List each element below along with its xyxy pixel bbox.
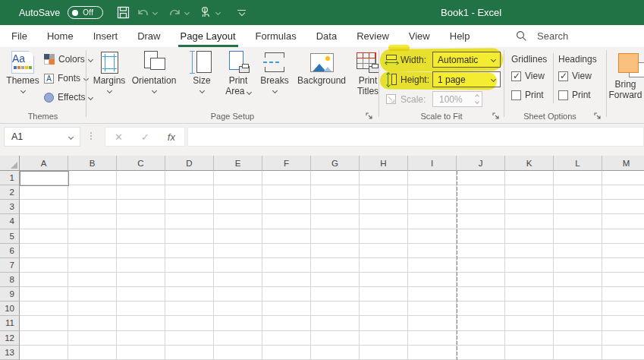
- window-title: Book1 - Excel: [441, 7, 501, 18]
- touch-mouse-mode-icon[interactable]: [200, 6, 225, 19]
- effects-button-label: Effects: [58, 92, 85, 103]
- quick-access-toolbar: [117, 6, 246, 19]
- formula-input[interactable]: [187, 127, 644, 147]
- tab-draw[interactable]: Draw: [128, 25, 169, 47]
- tab-review[interactable]: Review: [347, 25, 398, 47]
- row-header-9[interactable]: 9: [0, 287, 20, 302]
- sheet-options-inner-separator: [553, 53, 554, 103]
- size-button[interactable]: Size: [185, 49, 218, 93]
- redo-dropdown-icon[interactable]: [184, 10, 190, 15]
- save-icon[interactable]: [117, 6, 130, 19]
- column-header-j[interactable]: J: [457, 156, 505, 171]
- size-chevron-icon: [199, 88, 204, 93]
- breaks-button[interactable]: Breaks: [258, 49, 291, 93]
- orientation-button[interactable]: Orientation: [129, 49, 179, 93]
- headings-view-checkbox-box[interactable]: [558, 71, 568, 81]
- insert-function-icon[interactable]: fx: [168, 131, 175, 143]
- column-header-k[interactable]: K: [505, 156, 554, 171]
- page-setup-group: Margins Orientation: [86, 47, 379, 123]
- column-header-f[interactable]: F: [262, 156, 311, 171]
- row-header-13[interactable]: 13: [0, 346, 20, 360]
- formula-bar-drag-handle[interactable]: [90, 132, 92, 140]
- column-header-c[interactable]: C: [117, 156, 165, 171]
- row-header-10[interactable]: 10: [0, 302, 20, 316]
- background-icon: [310, 49, 334, 75]
- themes-group: Aa Themes Colors A Fonts: [0, 47, 86, 123]
- undo-icon[interactable]: [137, 7, 162, 18]
- cancel-icon[interactable]: ✕: [115, 131, 123, 143]
- page-setup-dialog-launcher-icon[interactable]: [366, 112, 373, 120]
- name-box[interactable]: A1: [4, 127, 80, 147]
- print-area-chevron-icon: [247, 90, 252, 95]
- row-header-11[interactable]: 11: [0, 316, 20, 330]
- autosave-state: Off: [83, 8, 93, 17]
- gridlines-view-label: View: [525, 71, 545, 81]
- select-all-corner[interactable]: [0, 156, 20, 171]
- undo-dropdown-icon[interactable]: [152, 10, 158, 15]
- excel-window: AutoSave Off Book1 -: [0, 0, 644, 360]
- column-header-g[interactable]: G: [311, 156, 360, 171]
- row-header-7[interactable]: 7: [0, 258, 20, 273]
- search-box[interactable]: Search: [516, 25, 568, 47]
- row-header-2[interactable]: 2: [0, 185, 20, 200]
- orientation-button-label: Orientation: [132, 75, 177, 86]
- column-header-l[interactable]: L: [554, 156, 602, 171]
- customize-qat-icon[interactable]: [237, 10, 246, 15]
- formula-bar: A1 ✕ ✓ fx: [0, 124, 644, 156]
- tab-data[interactable]: Data: [307, 25, 346, 47]
- tab-home[interactable]: Home: [38, 25, 83, 47]
- gridlines-view-checkbox-box[interactable]: [511, 71, 521, 81]
- name-box-value: A1: [11, 131, 69, 142]
- gridlines-print-checkbox-box[interactable]: [511, 90, 521, 100]
- tab-formulas[interactable]: Formulas: [247, 25, 306, 47]
- column-header-i[interactable]: I: [408, 156, 457, 171]
- sheet-options-group-caption: Sheet Options: [504, 112, 595, 121]
- fonts-button[interactable]: A Fonts: [44, 71, 88, 86]
- autosave-toggle[interactable]: Off: [68, 6, 103, 19]
- print-area-button[interactable]: PrintArea: [220, 49, 256, 96]
- tab-file[interactable]: File: [2, 25, 36, 47]
- redo-icon[interactable]: [168, 7, 193, 18]
- gridlines-view-checkbox[interactable]: View: [511, 71, 545, 81]
- column-header-h[interactable]: H: [360, 156, 408, 171]
- tab-view[interactable]: View: [400, 25, 439, 47]
- fonts-icon: A: [44, 74, 54, 84]
- title-bar: AutoSave Off Book1 -: [0, 0, 644, 25]
- row-header-5[interactable]: 5: [0, 229, 20, 244]
- search-icon: [516, 30, 527, 42]
- headings-view-checkbox[interactable]: View: [558, 71, 592, 81]
- tab-insert[interactable]: Insert: [84, 25, 127, 47]
- row-header-4[interactable]: 4: [0, 214, 20, 229]
- headings-column-header: Headings: [558, 54, 597, 65]
- row-header-8[interactable]: 8: [0, 273, 20, 287]
- background-button[interactable]: Background: [293, 49, 350, 86]
- row-header-12[interactable]: 12: [0, 331, 20, 346]
- orientation-icon: [143, 49, 165, 75]
- selected-cell-a1[interactable]: [20, 171, 69, 186]
- scale-to-fit-dialog-launcher-icon[interactable]: [492, 112, 500, 120]
- themes-button[interactable]: Aa Themes: [3, 49, 42, 93]
- enter-icon[interactable]: ✓: [141, 131, 149, 143]
- cells-area[interactable]: [20, 171, 644, 360]
- column-header-d[interactable]: D: [165, 156, 214, 171]
- row-header-6[interactable]: 6: [0, 244, 20, 258]
- name-box-dropdown-icon[interactable]: [68, 134, 74, 139]
- tab-page-layout[interactable]: Page Layout: [171, 25, 245, 47]
- bring-forward-button[interactable]: BringForward: [607, 47, 644, 123]
- margins-button[interactable]: Margins: [90, 49, 129, 93]
- bring-forward-label: BringForward: [607, 79, 644, 100]
- column-header-b[interactable]: B: [68, 156, 117, 171]
- touch-mode-dropdown-icon[interactable]: [215, 10, 221, 15]
- headings-print-checkbox[interactable]: Print: [558, 90, 591, 100]
- column-header-e[interactable]: E: [214, 156, 262, 171]
- sheet-options-dialog-launcher-icon[interactable]: [594, 112, 602, 120]
- headings-print-checkbox-box[interactable]: [558, 90, 568, 100]
- column-header-a[interactable]: A: [20, 156, 68, 171]
- row-header-3[interactable]: 3: [0, 200, 20, 214]
- fonts-button-label: Fonts: [58, 73, 80, 84]
- page-break-dashed-line: [457, 171, 457, 360]
- gridlines-print-checkbox[interactable]: Print: [511, 90, 544, 100]
- tab-help[interactable]: Help: [441, 25, 479, 47]
- column-header-m[interactable]: M: [602, 156, 644, 171]
- row-header-1[interactable]: 1: [0, 171, 20, 185]
